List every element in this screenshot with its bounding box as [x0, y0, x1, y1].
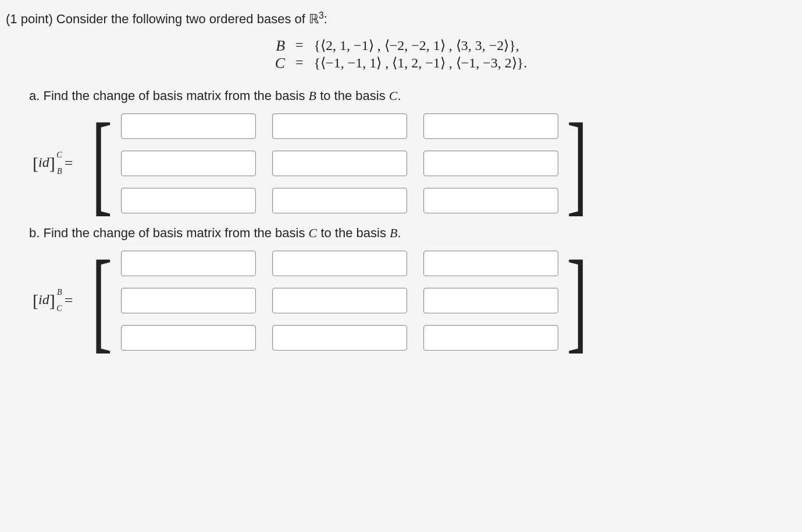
- matrix-b-sup: B: [57, 288, 62, 297]
- part-a-text: a. Find the change of basis matrix from …: [29, 88, 796, 103]
- points-label: (1 point): [6, 12, 56, 26]
- matrix-a-line: [id] C B = [ ]: [29, 112, 796, 215]
- matrix-b-input-0-2[interactable]: [423, 251, 558, 276]
- part-a-after: .: [397, 88, 401, 103]
- matrix-a-input-1-0[interactable]: [121, 151, 256, 176]
- part-b-to: B: [390, 226, 397, 240]
- basis-C-symbol: C: [275, 55, 285, 72]
- matrix-b-label: [id] B C =: [29, 291, 75, 310]
- matrix-b-input-0-0[interactable]: [121, 251, 256, 276]
- part-b-text: b. Find the change of basis matrix from …: [29, 226, 796, 241]
- matrix-a-sup: C: [56, 151, 62, 160]
- matrix-a-input-2-0[interactable]: [121, 188, 256, 213]
- bases-definition: B = {⟨2, 1, −1⟩ , ⟨−2, −2, 1⟩ , ⟨3, 3, −…: [6, 37, 796, 72]
- matrix-a-label: [id] C B =: [29, 153, 75, 173]
- matrix-b-input-2-1[interactable]: [272, 325, 407, 351]
- part-a-before: Find the change of basis matrix from the…: [43, 88, 308, 103]
- matrix-b-input-1-2[interactable]: [423, 288, 558, 313]
- matrix-b-input-1-0[interactable]: [121, 288, 256, 313]
- matrix-a-input-2-2[interactable]: [423, 188, 558, 213]
- part-b-prefix: b.: [29, 226, 43, 240]
- matrix-a-grid: [121, 112, 558, 215]
- bracket-left-icon: [: [92, 250, 113, 351]
- part-a: a. Find the change of basis matrix from …: [29, 88, 796, 103]
- intro-text: Consider the following two ordered bases…: [56, 12, 309, 26]
- matrix-a-input-0-1[interactable]: [272, 113, 407, 139]
- matrix-b-eq: =: [65, 292, 73, 309]
- bracket-left-icon: [: [92, 113, 113, 214]
- basis-C-eq: =: [295, 55, 304, 72]
- matrix-b-grid: [121, 249, 558, 352]
- part-b-before: Find the change of basis matrix from the…: [43, 226, 308, 240]
- basis-B-eq: =: [295, 37, 304, 55]
- part-b-mid: to the basis: [317, 226, 390, 240]
- part-b: b. Find the change of basis matrix from …: [29, 226, 796, 241]
- matrix-a-input-1-1[interactable]: [272, 151, 407, 176]
- part-b-from: C: [309, 226, 318, 240]
- matrix-a-input-0-2[interactable]: [423, 113, 558, 139]
- matrix-b-input-2-0[interactable]: [121, 325, 256, 351]
- matrix-a-input-1-2[interactable]: [423, 151, 558, 176]
- matrix-b-input-0-1[interactable]: [272, 251, 407, 276]
- matrix-b-input-1-1[interactable]: [272, 288, 407, 313]
- matrix-a-input-0-0[interactable]: [121, 113, 256, 139]
- basis-B-symbol: B: [275, 37, 285, 55]
- part-a-to: C: [389, 88, 398, 103]
- intro-colon: :: [324, 12, 327, 26]
- part-a-from: B: [309, 88, 316, 103]
- part-a-mid: to the basis: [316, 88, 389, 103]
- part-a-prefix: a.: [29, 88, 43, 103]
- matrix-a-eq: =: [65, 155, 73, 172]
- matrix-b-sub: C: [56, 304, 62, 313]
- matrix-b-line: [id] B C = [ ]: [29, 249, 796, 352]
- matrix-b-id: id: [38, 292, 49, 307]
- space-exponent: 3: [319, 10, 324, 20]
- problem-intro: (1 point) Consider the following two ord…: [6, 12, 796, 27]
- matrix-a-sub: B: [57, 167, 62, 176]
- bracket-right-icon: ]: [566, 250, 587, 351]
- part-b-after: .: [397, 226, 401, 240]
- bracket-right-icon: ]: [566, 113, 587, 214]
- matrix-a-id: id: [38, 155, 49, 170]
- basis-C-value: {⟨−1, −1, 1⟩ , ⟨1, 2, −1⟩ , ⟨−1, −3, 2⟩}…: [314, 55, 527, 72]
- matrix-b-input-2-2[interactable]: [423, 325, 558, 351]
- matrix-a-input-2-1[interactable]: [272, 188, 407, 213]
- space-symbol: ℝ: [309, 12, 319, 26]
- basis-B-value: {⟨2, 1, −1⟩ , ⟨−2, −2, 1⟩ , ⟨3, 3, −2⟩},: [314, 37, 527, 55]
